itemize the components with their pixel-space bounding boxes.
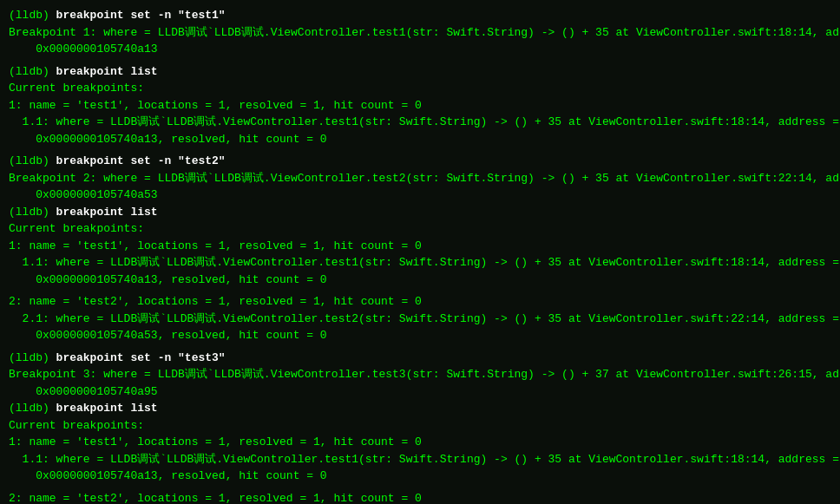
output-line: Current breakpoints: [9, 80, 831, 97]
output-line: 1.1: where = LLDB调试`LLDB调试.ViewControlle… [9, 451, 831, 468]
output-line: 0x0000000105740a53 [9, 187, 831, 204]
prompt-command-line: (lldb) breakpoint set -n "test3" [9, 350, 831, 367]
output-line: Breakpoint 1: where = LLDB调试`LLDB调试.View… [9, 24, 831, 42]
command-text: breakpoint list [56, 65, 158, 78]
output-line: 0x0000000105740a13 [9, 41, 831, 58]
command-text: breakpoint list [56, 206, 158, 219]
output-line: 0x0000000105740a13, resolved, hit count … [9, 131, 831, 148]
prompt-command-line: (lldb) breakpoint list [9, 400, 831, 417]
output-line: 1: name = 'test1', locations = 1, resolv… [9, 434, 831, 451]
output-line: Current breakpoints: [9, 220, 831, 238]
prompt-command-line: (lldb) breakpoint list [9, 204, 831, 221]
command-text: breakpoint set -n "test3" [56, 351, 226, 364]
prompt-text: (lldb) [9, 154, 56, 167]
prompt-text: (lldb) [9, 65, 56, 78]
command-text: breakpoint set -n "test1" [56, 9, 226, 22]
output-line: 2.1: where = LLDB调试`LLDB调试.ViewControlle… [9, 311, 831, 328]
prompt-text: (lldb) [9, 402, 56, 415]
output-line: 0x0000000105740a53, resolved, hit count … [9, 327, 831, 344]
output-line: Current breakpoints: [9, 417, 831, 435]
prompt-command-line: (lldb) breakpoint list [9, 63, 831, 81]
command-text: breakpoint list [56, 402, 158, 415]
output-line: 1.1: where = LLDB调试`LLDB调试.ViewControlle… [9, 114, 831, 131]
output-line: 1.1: where = LLDB调试`LLDB调试.ViewControlle… [9, 254, 831, 272]
output-line: 2: name = 'test2', locations = 1, resolv… [9, 490, 831, 505]
output-line: 2: name = 'test2', locations = 1, resolv… [9, 293, 831, 311]
prompt-text: (lldb) [9, 351, 56, 364]
command-text: breakpoint set -n "test2" [56, 154, 226, 167]
prompt-command-line: (lldb) breakpoint set -n "test1" [9, 7, 831, 24]
output-line: 0x0000000105740a95 [9, 383, 831, 401]
prompt-text: (lldb) [9, 9, 56, 22]
output-line: 1: name = 'test1', locations = 1, resolv… [9, 97, 831, 115]
output-line: 1: name = 'test1', locations = 1, resolv… [9, 238, 831, 255]
output-line: 0x0000000105740a13, resolved, hit count … [9, 272, 831, 289]
prompt-command-line: (lldb) breakpoint set -n "test2" [9, 153, 831, 170]
output-line: Breakpoint 2: where = LLDB调试`LLDB调试.View… [9, 170, 831, 187]
output-line: 0x0000000105740a13, resolved, hit count … [9, 468, 831, 485]
terminal[interactable]: (lldb) breakpoint set -n "test1"Breakpoi… [0, 0, 840, 504]
output-line: Breakpoint 3: where = LLDB调试`LLDB调试.View… [9, 366, 831, 383]
prompt-text: (lldb) [9, 206, 56, 219]
